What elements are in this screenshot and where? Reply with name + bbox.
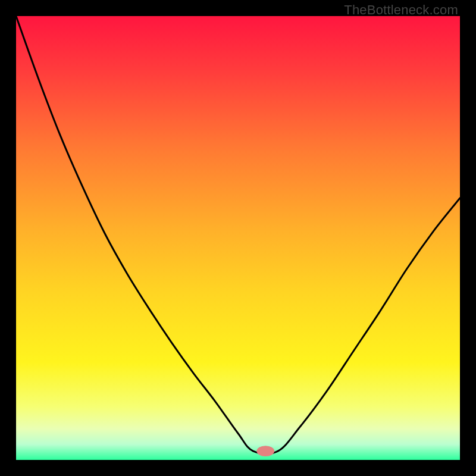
gradient-background (16, 16, 460, 460)
chart-plot (16, 16, 460, 460)
chart-frame: TheBottleneck.com (0, 0, 476, 476)
bottom-marker (256, 446, 274, 456)
